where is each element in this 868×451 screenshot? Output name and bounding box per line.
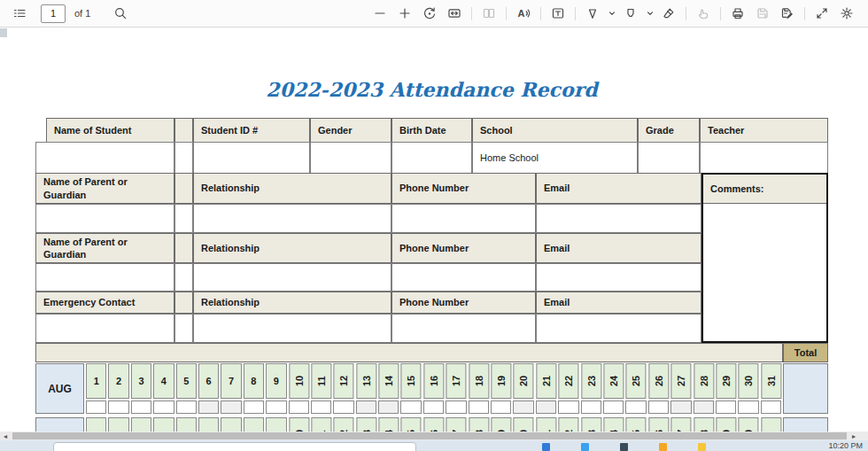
day-aug-15: 15 [400,363,421,414]
header-gap-cell [174,173,193,204]
day-aug-21: 21 [536,363,556,414]
comments-header: Comments: [703,175,826,204]
day-aug-14: 14 [378,363,399,414]
day-sep-17: 17 [446,417,466,432]
month-label: AUG [35,363,84,414]
gap-cell [174,142,193,174]
taskbar-search-box[interactable] [53,442,416,451]
day-aug-19: 19 [491,363,511,414]
gap-cell [174,204,193,233]
field-phone-2 [391,263,536,292]
field-grade [638,142,700,174]
day-aug-3: 3 [131,363,151,414]
taskbar-app-icon[interactable] [698,443,706,451]
read-aloud-icon[interactable]: A [511,2,536,25]
header-relationship-3: Relationship [193,292,391,314]
save-as-icon[interactable] [775,2,800,25]
gap-cell [174,314,193,343]
day-sep-8: 8 [244,417,264,432]
day-sep-22: 22 [558,417,578,432]
day-aug-7: 7 [221,363,241,414]
header-phone-3: Phone Number [391,292,536,314]
field-email-1 [536,204,701,233]
toolbar-divider [540,7,541,20]
comments-box: Comments: [701,173,828,343]
day-aug-5: 5 [176,363,197,414]
header-phone-2: Phone Number [391,233,536,263]
day-aug-31: 31 [761,363,781,414]
header-relationship-1: Relationship [193,173,391,204]
day-sep-24: 24 [603,417,624,432]
zoom-in-icon[interactable] [392,2,417,25]
field-student-name [35,142,174,174]
day-aug-4: 4 [153,363,174,414]
field-relationship-3 [193,314,391,343]
day-sep-12: 12 [333,417,353,432]
print-icon[interactable] [725,2,750,25]
header-birth-date: Birth Date [391,118,472,143]
day-aug-20: 20 [513,363,533,414]
horizontal-scrollbar[interactable]: ◂ ▸ [0,432,868,440]
day-sep-26: 26 [648,417,669,432]
month-label: SEP [35,417,84,432]
toolbar-divider [804,7,805,20]
add-text-icon[interactable] [546,2,570,25]
day-sep-2: 2 [108,417,128,432]
day-aug-9: 9 [266,363,286,414]
highlight-dropdown-icon[interactable] [643,2,656,25]
draw-icon[interactable] [580,2,605,25]
header-school: School [472,118,638,143]
taskbar-app-icon[interactable] [659,443,667,451]
toc-icon[interactable] [7,2,32,25]
day-aug-18: 18 [469,363,489,414]
page-count-label: of 1 [74,8,90,19]
day-sep-11: 11 [311,417,331,432]
field-teacher [700,142,828,174]
toolbar-divider [720,7,721,20]
highlight-icon[interactable] [618,2,643,25]
taskbar-clock: 10:20 PM [828,441,863,450]
settings-icon[interactable] [834,2,859,25]
field-relationship-2 [193,263,391,292]
day-aug-13: 13 [356,363,376,414]
scroll-right-arrow-icon[interactable]: ▸ [849,432,859,440]
rotate-icon[interactable] [417,2,442,25]
day-sep-5: 5 [176,417,197,432]
header-grade: Grade [638,118,700,143]
page-number-input[interactable] [41,4,66,23]
day-aug-16: 16 [423,363,444,414]
fit-to-width-icon[interactable] [442,2,467,25]
field-email-3 [536,314,701,343]
day-sep-6: 6 [198,417,219,432]
day-sep-4: 4 [153,417,174,432]
search-icon[interactable] [108,2,133,25]
header-gender: Gender [310,118,391,143]
taskbar-app-icon[interactable] [620,443,628,451]
total-header-cell: Total [783,343,828,362]
header-gap-cell [174,118,193,143]
header-teacher: Teacher [700,118,828,143]
field-relationship-1 [193,204,391,233]
day-aug-25: 25 [625,363,646,414]
field-email-2 [536,263,701,292]
scrollbar-thumb[interactable] [12,432,847,439]
draw-dropdown-icon[interactable] [605,2,618,25]
field-birth-date [391,142,472,174]
day-sep-25: 25 [625,417,646,432]
header-gap-cell [174,292,193,314]
day-sep-30: 30 [738,417,758,432]
field-parent-name-2 [35,263,174,292]
toolbar-divider [506,7,507,20]
day-sep-28: 28 [694,417,714,432]
zoom-out-icon[interactable] [368,2,392,25]
erase-icon[interactable] [656,2,681,25]
taskbar-app-icon[interactable] [581,443,589,451]
toolbar-divider [686,7,686,20]
scroll-left-arrow-icon[interactable]: ◂ [0,432,11,440]
taskbar-app-icon[interactable] [542,443,550,451]
page-view-icon [477,2,501,25]
day-sep-31 [761,417,781,432]
fullscreen-icon[interactable] [810,2,834,25]
field-student-id [193,142,310,174]
day-sep-27: 27 [670,417,691,432]
